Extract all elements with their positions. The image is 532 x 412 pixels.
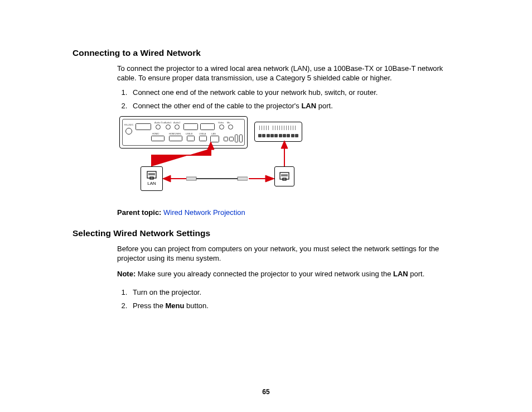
arrow-right-icon: [249, 173, 274, 184]
page-number: 65: [0, 387, 532, 396]
arrow-left-up-icon: [147, 142, 225, 169]
parent-topic-link[interactable]: Wired Network Projection: [163, 208, 245, 217]
heading-selecting: Selecting Wired Network Settings: [72, 228, 465, 239]
arrow-left-icon: [163, 173, 186, 184]
intro-connecting: To connect the projector to a wired loca…: [117, 64, 460, 83]
heading-connecting: Connecting to a Wired Network: [72, 47, 465, 59]
step-2-selecting: Press the Menu button.: [129, 301, 460, 311]
step-1: Connect one end of the network cable to …: [129, 88, 460, 98]
figure-lan-connection: RS-232C Audio Out Audio1 Audio2 Video Mi…: [119, 116, 303, 200]
figure-hub-port-callout: [274, 166, 294, 186]
svg-marker-21: [207, 142, 214, 150]
figure-lan-port-callout: LAN: [141, 166, 163, 191]
svg-marker-20: [163, 175, 171, 182]
svg-rect-16: [186, 177, 196, 180]
arrow-right-up-icon: [280, 141, 289, 166]
lan-label: LAN: [147, 181, 156, 187]
note-selecting: Note: Make sure you already connected th…: [117, 269, 460, 279]
steps-selecting: Turn on the projector. Press the Menu bu…: [117, 288, 460, 310]
svg-rect-17: [238, 177, 248, 180]
svg-marker-25: [281, 141, 288, 148]
steps-connecting: Connect one end of the network cable to …: [117, 88, 460, 111]
figure-cable: [186, 176, 248, 181]
step-2: Connect the other end of the cable to th…: [129, 101, 460, 111]
parent-topic: Parent topic: Wired Network Projection: [117, 208, 460, 218]
step-1-selecting: Turn on the projector.: [129, 288, 460, 298]
intro-selecting: Before you can project from computers on…: [117, 244, 460, 264]
figure-network-hub: [254, 122, 302, 142]
svg-marker-23: [265, 175, 274, 182]
